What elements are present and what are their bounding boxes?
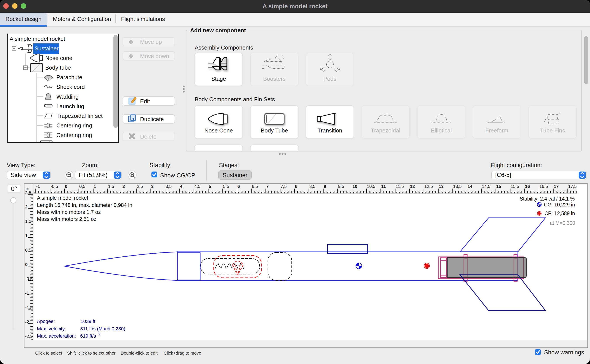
svg-text:15: 15 — [496, 184, 501, 189]
svg-text:-1: -1 — [25, 291, 29, 295]
svg-text:0: 0 — [65, 184, 67, 189]
svg-text:Mass with motors 2,51 oz: Mass with motors 2,51 oz — [37, 216, 96, 222]
svg-text:14: 14 — [467, 184, 472, 189]
svg-text:-2,5: -2,5 — [25, 334, 33, 339]
svg-text:12: 12 — [410, 184, 415, 189]
svg-text:3,5: 3,5 — [166, 184, 172, 189]
svg-text:Max. velocity:: Max. velocity: — [37, 326, 66, 332]
svg-text:CP: 12,589 in: CP: 12,589 in — [544, 211, 575, 216]
svg-text:1: 1 — [94, 184, 96, 189]
svg-text:3: 3 — [151, 184, 154, 189]
svg-text:11,5: 11,5 — [396, 184, 404, 189]
svg-text:8: 8 — [295, 184, 297, 189]
svg-text:2: 2 — [122, 184, 125, 189]
svg-text:8,5: 8,5 — [309, 184, 315, 189]
svg-text:10: 10 — [352, 184, 357, 189]
svg-text:Stability: 2,4 cal / 14,1 %: Stability: 2,4 cal / 14,1 % — [520, 196, 575, 202]
svg-text:13: 13 — [439, 184, 444, 189]
svg-text:A simple model rocket: A simple model rocket — [37, 195, 88, 201]
svg-text:7,5: 7,5 — [281, 184, 287, 189]
svg-text:CG: 10,229 in: CG: 10,229 in — [544, 202, 575, 208]
svg-text:1,5: 1,5 — [108, 184, 114, 189]
svg-text:11: 11 — [381, 184, 386, 189]
svg-text:Mass with no motors 1,7 oz: Mass with no motors 1,7 oz — [37, 209, 101, 215]
svg-text:-0,5: -0,5 — [25, 276, 33, 281]
svg-text:0: 0 — [25, 262, 27, 267]
svg-text:16: 16 — [525, 184, 530, 189]
svg-text:5,5: 5,5 — [223, 184, 229, 189]
svg-text:10,5: 10,5 — [367, 184, 375, 189]
svg-text:-1: -1 — [36, 184, 40, 189]
svg-text:-0,5: -0,5 — [50, 184, 58, 189]
svg-text:2: 2 — [98, 332, 100, 336]
svg-text:6,5: 6,5 — [252, 184, 258, 189]
svg-text:9: 9 — [324, 184, 326, 189]
svg-text:13,5: 13,5 — [453, 184, 462, 189]
svg-text:619 ft/s: 619 ft/s — [80, 333, 96, 339]
svg-text:12,5: 12,5 — [424, 184, 433, 189]
svg-text:17: 17 — [554, 184, 558, 189]
svg-text:2,5: 2,5 — [25, 190, 31, 195]
svg-text:0,5: 0,5 — [25, 248, 31, 253]
svg-text:15,5: 15,5 — [511, 184, 519, 189]
svg-text:1: 1 — [25, 233, 27, 238]
svg-text:4: 4 — [180, 184, 182, 189]
svg-text:Apogee:: Apogee: — [37, 318, 55, 324]
svg-text:16,5: 16,5 — [539, 184, 548, 189]
svg-text:1039 ft: 1039 ft — [81, 318, 95, 324]
svg-text:6: 6 — [238, 184, 240, 189]
svg-text:4,5: 4,5 — [194, 184, 200, 189]
svg-text:-2: -2 — [25, 319, 29, 324]
svg-text:17,5: 17,5 — [568, 184, 577, 189]
svg-text:1,5: 1,5 — [25, 219, 31, 224]
svg-text:9,5: 9,5 — [338, 184, 344, 189]
svg-text:2,5: 2,5 — [137, 184, 143, 189]
svg-text:at M=0,300: at M=0,300 — [550, 220, 575, 226]
svg-text:7: 7 — [266, 184, 268, 189]
svg-text:Max. acceleration:: Max. acceleration: — [37, 333, 76, 339]
svg-text:0,5: 0,5 — [79, 184, 86, 189]
svg-text:-1,5: -1,5 — [25, 305, 33, 310]
svg-text:2: 2 — [25, 204, 27, 209]
svg-text:Length 16,748 in, max. diamete: Length 16,748 in, max. diameter 0,984 in — [37, 202, 132, 208]
svg-text:311 ft/s (Mach 0,280): 311 ft/s (Mach 0,280) — [80, 326, 125, 332]
svg-text:14,5: 14,5 — [482, 184, 490, 189]
svg-text:5: 5 — [209, 184, 211, 189]
